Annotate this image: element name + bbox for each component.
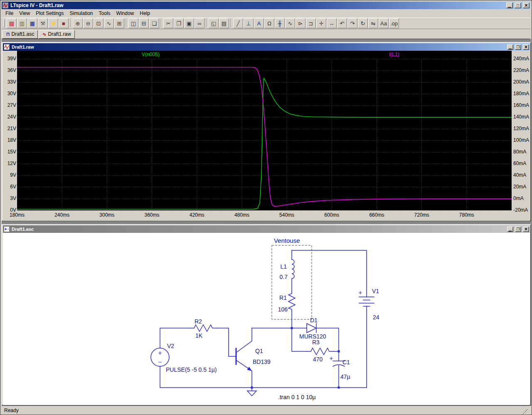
print-button[interactable]: ▤ bbox=[219, 18, 229, 28]
resize-grip[interactable] bbox=[522, 409, 528, 414]
component-value[interactable]: 0.7 bbox=[280, 274, 288, 280]
print-preview-button[interactable]: ◱ bbox=[209, 18, 219, 28]
right-axis-tick[interactable]: 0mA bbox=[513, 196, 530, 201]
trace-label-Vn005[interactable]: V(n005) bbox=[142, 52, 160, 57]
cascade-windows-button[interactable]: ❏ bbox=[149, 18, 159, 28]
component-name[interactable]: R2 bbox=[195, 318, 202, 325]
time-axis-tick[interactable]: 720ms bbox=[414, 212, 429, 218]
mirror-button[interactable]: ⇋ bbox=[368, 18, 378, 28]
right-axis-tick[interactable]: -20mA bbox=[513, 208, 530, 213]
drag-button[interactable]: ↔ bbox=[327, 18, 337, 28]
component-value[interactable]: 470 bbox=[313, 356, 323, 363]
trace-label-IL1[interactable]: I(L1) bbox=[389, 52, 399, 57]
wire[interactable] bbox=[292, 328, 307, 351]
wire[interactable] bbox=[217, 328, 236, 356]
resistor-R1[interactable]: R1 106 bbox=[278, 292, 295, 313]
component-name[interactable]: V1 bbox=[372, 288, 379, 294]
resistor-R2[interactable]: R2 1K bbox=[190, 318, 217, 339]
component-button[interactable]: ⊐ bbox=[306, 18, 316, 28]
resistor-button[interactable]: Ω bbox=[264, 18, 274, 28]
right-axis-tick[interactable]: 20mA bbox=[513, 184, 530, 190]
component-value[interactable]: PULSE(5 -5 0.5 1µ) bbox=[166, 366, 217, 373]
right-axis-tick[interactable]: 140mA bbox=[513, 114, 530, 120]
run-simulation-button[interactable]: ⚡ bbox=[48, 18, 58, 28]
menu-help[interactable]: Help bbox=[137, 10, 153, 17]
left-axis-tick[interactable]: 33V bbox=[3, 79, 16, 85]
time-axis-tick[interactable]: 240ms bbox=[54, 212, 69, 218]
schematic-canvas[interactable]: Ventouse bbox=[3, 233, 530, 405]
left-axis-tick[interactable]: 12V bbox=[3, 161, 16, 166]
wave-minimize-button[interactable]: ▁ bbox=[507, 44, 513, 50]
left-axis-tick[interactable]: 30V bbox=[3, 91, 16, 96]
wire[interactable] bbox=[292, 250, 367, 297]
component-name[interactable]: V2 bbox=[167, 343, 174, 349]
component-name[interactable]: D1 bbox=[310, 317, 318, 324]
move-button[interactable]: ✛ bbox=[316, 18, 326, 28]
right-axis-tick[interactable]: 160mA bbox=[513, 103, 530, 108]
time-axis-tick[interactable]: 540ms bbox=[279, 212, 294, 218]
menu-plot-settings[interactable]: Plot Settings bbox=[33, 10, 66, 17]
time-axis-tick[interactable]: 780ms bbox=[459, 212, 474, 218]
maximize-button[interactable]: □ bbox=[515, 2, 521, 8]
copy-button[interactable]: ❐ bbox=[174, 18, 184, 28]
component-name[interactable]: R3 bbox=[312, 339, 320, 346]
left-axis-tick[interactable]: 36V bbox=[3, 68, 16, 73]
time-axis-tick[interactable]: 300ms bbox=[99, 212, 114, 218]
zoom-back-button[interactable]: ⊖ bbox=[83, 18, 93, 28]
right-axis-tick[interactable]: 80mA bbox=[513, 149, 530, 155]
left-axis-tick[interactable]: 6V bbox=[3, 184, 16, 190]
left-axis-tick[interactable]: 27V bbox=[3, 103, 16, 108]
redo-button[interactable]: ↷ bbox=[347, 18, 357, 28]
right-axis-tick[interactable]: 220mA bbox=[513, 68, 530, 73]
component-value[interactable]: 106 bbox=[278, 306, 288, 313]
control-panel-button[interactable]: ⚒ bbox=[38, 18, 48, 28]
zoom-full-extents-button[interactable]: ⊡ bbox=[94, 18, 103, 28]
schem-restore-button[interactable]: ❐ bbox=[515, 227, 521, 232]
left-axis-tick[interactable]: 15V bbox=[3, 149, 16, 155]
time-axis-tick[interactable]: 180ms bbox=[10, 212, 25, 218]
text-tool-button[interactable]: Aa bbox=[379, 18, 389, 28]
tile-vertically-button[interactable]: ◫ bbox=[128, 18, 138, 28]
component-name[interactable]: Q1 bbox=[255, 348, 263, 354]
right-axis-tick[interactable]: 200mA bbox=[513, 79, 530, 85]
time-axis-tick[interactable]: 360ms bbox=[145, 212, 160, 218]
wire[interactable] bbox=[160, 328, 190, 348]
tab-draft1-raw[interactable]: ∿Draft1.raw bbox=[39, 30, 75, 39]
tile-horizontally-button[interactable]: ⊟ bbox=[139, 18, 149, 28]
ground-button[interactable]: ⊥ bbox=[244, 18, 254, 28]
right-axis-tick[interactable]: 180mA bbox=[513, 91, 530, 96]
wave-restore-button[interactable]: ❐ bbox=[515, 44, 521, 50]
battery-V1[interactable]: V1 24 bbox=[359, 288, 379, 321]
undo-button[interactable]: ↶ bbox=[337, 18, 347, 28]
right-axis-tick[interactable]: 40mA bbox=[513, 173, 530, 178]
save-button[interactable]: ▦ bbox=[27, 18, 37, 28]
right-axis-tick[interactable]: 60mA bbox=[513, 161, 530, 166]
left-axis-tick[interactable]: 39V bbox=[3, 56, 16, 62]
wave-close-button[interactable]: × bbox=[523, 44, 529, 50]
menu-window[interactable]: Window bbox=[113, 10, 137, 17]
spice-directive-button[interactable]: .op bbox=[389, 18, 399, 28]
schematic-pane[interactable]: Ventouse bbox=[3, 233, 530, 405]
menu-tools[interactable]: Tools bbox=[96, 10, 113, 17]
close-button[interactable]: × bbox=[523, 2, 530, 8]
time-axis-tick[interactable]: 660ms bbox=[369, 212, 384, 218]
inductor-button[interactable]: ∿ bbox=[285, 18, 295, 28]
left-axis-tick[interactable]: 9V bbox=[3, 173, 16, 178]
label-net-button[interactable]: A bbox=[254, 18, 264, 28]
menu-simulation[interactable]: Simulation bbox=[67, 10, 96, 17]
capacitor-button[interactable]: ╫ bbox=[275, 18, 285, 28]
left-axis-tick[interactable]: 3V bbox=[3, 196, 16, 201]
wire-button[interactable]: ╱ bbox=[233, 18, 243, 28]
left-axis-tick[interactable]: 21V bbox=[3, 126, 16, 131]
right-axis-tick[interactable]: 100mA bbox=[513, 138, 530, 143]
paste-button[interactable]: ▣ bbox=[184, 18, 194, 28]
left-axis-tick[interactable]: 24V bbox=[3, 114, 16, 120]
waveform-plot[interactable] bbox=[17, 51, 512, 210]
diode-button[interactable]: ⊳ bbox=[296, 18, 305, 28]
halt-simulation-button[interactable]: ■ bbox=[59, 18, 69, 28]
time-axis-tick[interactable]: 600ms bbox=[324, 212, 339, 218]
tab-draft1-asc[interactable]: ⊓Draft1.asc bbox=[2, 30, 38, 39]
cut-button[interactable]: ✂ bbox=[163, 18, 173, 28]
open-file-button[interactable]: ▥ bbox=[17, 18, 27, 28]
voltage-source-V2[interactable]: V2 PULSE(5 -5 0.5 1µ) bbox=[151, 343, 217, 373]
